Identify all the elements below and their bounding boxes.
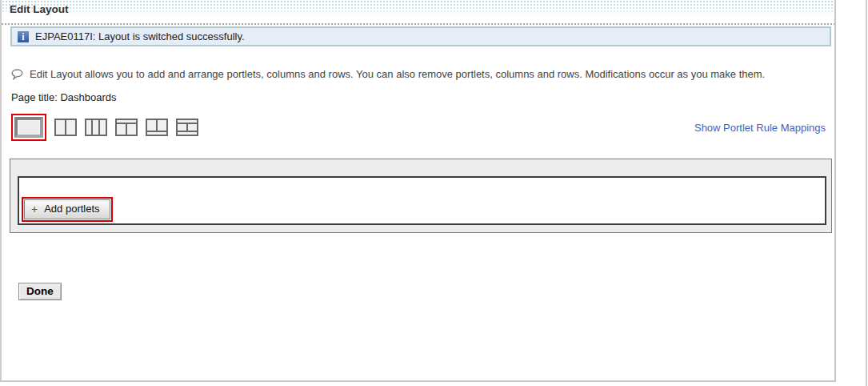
info-message-bar: i EJPAE0117I: Layout is switched success…: [10, 26, 831, 46]
header-two-columns-layout-icon[interactable]: [115, 119, 138, 136]
two-columns-footer-layout-icon[interactable]: [146, 119, 168, 136]
header-two-columns-footer-layout-icon[interactable]: [176, 119, 198, 136]
done-button[interactable]: Done: [18, 283, 62, 300]
info-message-text: EJPAE0117I: Layout is switched successfu…: [35, 30, 245, 42]
layout-selector: [11, 114, 206, 141]
add-portlets-label: Add portlets: [44, 203, 99, 215]
layout-column: + Add portlets: [18, 176, 826, 225]
info-icon: i: [18, 31, 29, 42]
layout-canvas: + Add portlets: [10, 159, 832, 233]
three-columns-layout-icon[interactable]: [85, 119, 107, 136]
two-columns-layout-icon[interactable]: [54, 119, 77, 136]
help-text: Edit Layout allows you to add and arrang…: [30, 68, 765, 80]
page-title-line: Page title: Dashboards: [11, 91, 117, 103]
plus-icon: +: [31, 203, 38, 215]
page-header: Edit Layout: [2, 0, 834, 18]
one-column-layout-icon[interactable]: [14, 117, 43, 138]
edit-layout-panel: Edit Layout i EJPAE0117I: Layout is swit…: [0, 0, 836, 382]
comment-bubble-icon: [11, 69, 23, 80]
help-row: Edit Layout allows you to add and arrang…: [11, 68, 818, 80]
add-portlets-highlight: + Add portlets: [22, 197, 113, 222]
show-portlet-rule-mappings-link[interactable]: Show Portlet Rule Mappings: [694, 122, 826, 134]
page-title: Edit Layout: [10, 3, 69, 15]
add-portlets-button[interactable]: + Add portlets: [24, 199, 110, 219]
window-right-border: [866, 0, 867, 386]
selected-layout-highlight: [11, 114, 46, 141]
header-separator: [2, 23, 834, 25]
